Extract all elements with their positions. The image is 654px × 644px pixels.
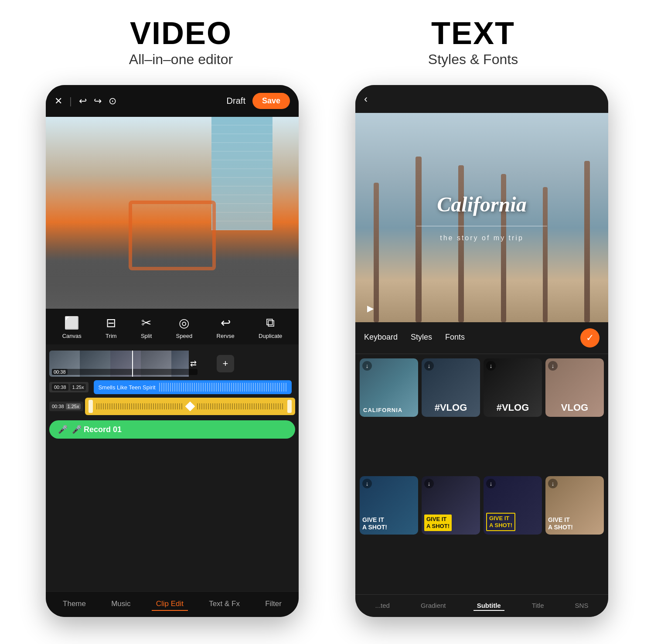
style-grid: ↓ CALIFORNIA ↓ #VLOG (355, 354, 608, 594)
timeline-marker (132, 351, 133, 377)
left-subtitle: All–in–one editor (50, 51, 313, 68)
reverse-icon: ↩ (221, 316, 231, 330)
record-track[interactable]: 🎤 🎤 Record 01 (49, 420, 295, 439)
canvas-icon: ⬜ (64, 316, 79, 330)
split-label: Split (141, 333, 152, 339)
merge-icon[interactable]: ⇄ (190, 359, 197, 368)
check-icon: ✓ (586, 332, 594, 344)
btab-gradient[interactable]: Gradient (417, 601, 450, 611)
audio-row: 00:38 1.25x Smells Like Teen Spirit (46, 378, 299, 396)
palm-3 (458, 165, 464, 322)
save-button[interactable]: Save (252, 93, 290, 109)
yellow-track[interactable] (85, 398, 295, 415)
tab-keyboard[interactable]: Keyboard (364, 333, 398, 344)
play-button[interactable]: ▶ (362, 300, 378, 316)
story-text: the story of my trip (440, 234, 524, 242)
duplicate-icon: ⧉ (266, 316, 275, 330)
back-icon[interactable]: ‹ (364, 93, 368, 105)
download-icon-6: ↓ (424, 479, 434, 488)
right-subtitle: Styles & Fonts (342, 51, 605, 68)
record-label: 🎤 Record 01 (72, 425, 122, 434)
style-card-california[interactable]: ↓ CALIFORNIA (360, 358, 418, 417)
timeline-area: 00:38 00:38 ⇄ + 00:38 1.25x (46, 344, 299, 591)
audio-badge: 00:38 1.25x (49, 382, 89, 392)
style-card-give1[interactable]: ↓ GIVE IT A SHOT! (360, 476, 418, 535)
california-divider (416, 226, 547, 226)
vlog2-label: #VLOG (486, 402, 539, 413)
style-card-vlog2[interactable]: ↓ #VLOG (484, 358, 542, 417)
right-title: TEXT (342, 17, 605, 49)
btab-animated[interactable]: ...ted (372, 601, 393, 611)
nav-filter[interactable]: Filter (261, 598, 286, 611)
download-icon-3: ↓ (486, 361, 496, 371)
clip-time-right: 00:38 (52, 369, 198, 375)
audio-waveform (159, 383, 287, 392)
phones-container: ✕ | ↩ ↪ ⊙ Draft Save (0, 76, 654, 617)
audio-title: Smells Like Teen Spirit (98, 384, 155, 391)
text-tabs: Keyboard Styles Fonts ✓ (355, 322, 608, 354)
style-card-vlog1[interactable]: ↓ #VLOG (422, 358, 480, 417)
scene-background (46, 117, 299, 309)
style-card-give4[interactable]: ↓ GIVE IT A SHOT! (545, 476, 604, 535)
undo-icon[interactable]: ↩ (79, 95, 87, 107)
yellow-waveform (96, 403, 183, 409)
tab-styles[interactable]: Styles (411, 333, 432, 344)
yellow-waveform-2 (197, 403, 284, 409)
style-card-vlog3[interactable]: ↓ VLOG (545, 358, 604, 417)
motion-speed: 1.25x (66, 403, 81, 409)
redo-icon[interactable]: ↪ (94, 95, 102, 107)
clip-strip[interactable]: 00:38 00:38 ⇄ (49, 351, 215, 377)
tab-fonts[interactable]: Fonts (445, 333, 465, 344)
keyframe-diamond (185, 402, 195, 412)
left-topbar: ✕ | ↩ ↪ ⊙ Draft Save (46, 85, 299, 117)
give2-label: GIVE IT A SHOT! (424, 515, 452, 531)
audio-track[interactable]: Smells Like Teen Spirit (94, 380, 292, 394)
btab-subtitle[interactable]: Subtitle (473, 601, 504, 611)
duplicate-label: Duplicate (259, 333, 282, 339)
download-icon-8: ↓ (548, 479, 558, 488)
motion-time: 00:38 (52, 404, 64, 409)
nav-clip-edit[interactable]: Clip Edit (152, 598, 188, 611)
clip-row: 00:38 00:38 ⇄ + (46, 349, 299, 378)
download-icon-1: ↓ (362, 361, 372, 371)
help-icon[interactable]: ⊙ (109, 95, 116, 107)
video-preview (46, 117, 299, 309)
mic-icon: 🎤 (58, 425, 68, 434)
california-card-label: CALIFORNIA (363, 407, 402, 413)
download-icon-2: ↓ (424, 361, 434, 371)
trim-tool[interactable]: ⊟ Trim (106, 316, 117, 339)
give4-label: GIVE IT A SHOT! (548, 516, 601, 531)
btab-title[interactable]: Title (528, 601, 548, 611)
split-tool[interactable]: ✂ Split (141, 316, 152, 339)
right-topbar: ‹ (355, 85, 608, 113)
btab-sns[interactable]: SNS (572, 601, 592, 611)
confirm-button[interactable]: ✓ (580, 328, 600, 348)
right-header: TEXT Styles & Fonts (342, 17, 605, 68)
trim-label: Trim (106, 333, 117, 339)
palm-5 (543, 187, 548, 322)
style-card-give3[interactable]: ↓ GIVE IT A SHOT! (484, 476, 542, 535)
add-clip-button[interactable]: + (217, 355, 234, 372)
right-phone: ‹ California th (355, 85, 608, 617)
yellow-handle-right[interactable] (287, 400, 292, 413)
motion-row: 00:38 1.25x (46, 396, 299, 417)
reverse-label: Rervse (217, 333, 235, 339)
nav-theme[interactable]: Theme (58, 598, 90, 611)
style-card-give2[interactable]: ↓ GIVE IT A SHOT! (422, 476, 480, 535)
canvas-tool[interactable]: ⬜ Canvas (62, 316, 82, 339)
record-row: 🎤 🎤 Record 01 (46, 417, 299, 442)
california-title[interactable]: California (437, 192, 526, 216)
nav-music[interactable]: Music (107, 598, 135, 611)
duplicate-tool[interactable]: ⧉ Duplicate (259, 316, 282, 339)
audio-time: 00:38 (52, 384, 68, 391)
palm-background (355, 113, 608, 322)
yellow-handle-left[interactable] (89, 400, 93, 413)
left-phone-inner: ✕ | ↩ ↪ ⊙ Draft Save (46, 85, 299, 617)
reverse-tool[interactable]: ↩ Rervse (217, 316, 235, 339)
download-icon-4: ↓ (548, 361, 558, 371)
california-preview: California the story of my trip ▶ (355, 113, 608, 322)
nav-text-fx[interactable]: Text & Fx (204, 598, 244, 611)
speed-tool[interactable]: ◎ Speed (176, 316, 193, 339)
close-icon[interactable]: ✕ (54, 95, 62, 107)
give1-label: GIVE IT A SHOT! (362, 516, 416, 531)
